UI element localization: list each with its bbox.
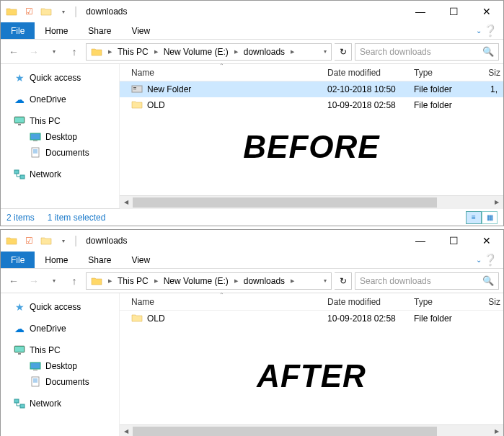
chevron-right-icon[interactable]: ▶ bbox=[105, 49, 115, 55]
chevron-right-icon[interactable]: ▶ bbox=[288, 278, 297, 284]
recent-dropdown[interactable]: ▾ bbox=[45, 272, 63, 290]
qat-properties-icon[interactable]: ☑ bbox=[21, 233, 37, 249]
qat-folder-icon[interactable] bbox=[38, 4, 54, 19]
cloud-icon: ☁ bbox=[14, 323, 25, 334]
breadcrumb-dropdown-icon[interactable]: ▾ bbox=[321, 277, 330, 284]
qat-dropdown-icon[interactable]: ▾ bbox=[56, 233, 71, 249]
sidebar-item-quick-access[interactable]: ★ Quick access bbox=[1, 70, 119, 86]
scroll-left-button[interactable]: ◀ bbox=[120, 425, 133, 437]
refresh-button[interactable]: ↻ bbox=[335, 43, 352, 61]
search-input[interactable]: Search downloads 🔍 bbox=[355, 43, 499, 61]
column-header-date[interactable]: Date modified bbox=[322, 297, 408, 307]
details-view-button[interactable]: ≡ bbox=[466, 211, 482, 224]
folder-icon bbox=[131, 84, 143, 96]
breadcrumb-dropdown-icon[interactable]: ▾ bbox=[321, 48, 330, 55]
folder-icon bbox=[4, 4, 19, 19]
breadcrumb[interactable]: ▶This PC ▶New Volume (E:) ▶downloads ▶▾ bbox=[86, 43, 332, 61]
scroll-thumb[interactable] bbox=[133, 427, 437, 437]
ribbon-tab-view[interactable]: View bbox=[121, 22, 160, 39]
folder-icon bbox=[131, 313, 143, 325]
titlebar: ☑ ▾ | downloads — ☐ ✕ bbox=[1, 1, 503, 22]
file-row[interactable]: New Folder 02-10-2018 10:50 File folder … bbox=[120, 81, 503, 97]
sidebar-item-this-pc[interactable]: This PC bbox=[1, 113, 119, 129]
maximize-button[interactable]: ☐ bbox=[437, 230, 470, 252]
close-button[interactable]: ✕ bbox=[470, 1, 503, 22]
scroll-track[interactable] bbox=[133, 196, 490, 209]
chevron-right-icon[interactable]: ▶ bbox=[151, 49, 161, 55]
column-header-date[interactable]: Date modified bbox=[322, 68, 408, 78]
scroll-right-button[interactable]: ▶ bbox=[490, 196, 503, 209]
network-icon bbox=[14, 169, 25, 180]
breadcrumb-segment[interactable]: New Volume (E:) bbox=[161, 273, 231, 289]
folder-icon bbox=[88, 44, 105, 60]
scroll-track[interactable] bbox=[133, 425, 490, 437]
maximize-button[interactable]: ☐ bbox=[437, 1, 470, 22]
breadcrumb-segment[interactable]: New Volume (E:) bbox=[161, 44, 231, 60]
back-button[interactable]: ← bbox=[5, 272, 22, 290]
breadcrumb-segment[interactable]: downloads bbox=[241, 273, 288, 289]
chevron-right-icon[interactable]: ▶ bbox=[105, 278, 115, 284]
up-button[interactable]: ↑ bbox=[66, 43, 83, 61]
back-button[interactable]: ← bbox=[5, 43, 22, 61]
search-input[interactable]: Search downloads 🔍 bbox=[355, 272, 499, 290]
horizontal-scrollbar[interactable]: ◀ ▶ bbox=[120, 195, 503, 208]
sidebar-item-desktop[interactable]: Desktop bbox=[1, 358, 119, 374]
column-headers: Name Date modified Type Siz bbox=[120, 293, 503, 311]
svg-rect-25 bbox=[14, 399, 19, 403]
overlay-label: AFTER bbox=[257, 358, 366, 394]
sidebar-item-this-pc[interactable]: This PC bbox=[1, 342, 119, 358]
scroll-right-button[interactable]: ▶ bbox=[490, 425, 503, 437]
breadcrumb-segment[interactable]: downloads bbox=[241, 44, 288, 60]
file-row[interactable]: OLD 10-09-2018 02:58 File folder bbox=[120, 311, 503, 326]
column-header-type[interactable]: Type bbox=[408, 297, 473, 307]
ribbon-tab-file[interactable]: File bbox=[1, 22, 35, 39]
recent-dropdown[interactable]: ▾ bbox=[45, 43, 63, 61]
sidebar-item-documents[interactable]: Documents bbox=[1, 145, 119, 161]
ribbon-tab-home[interactable]: Home bbox=[35, 252, 78, 268]
breadcrumb[interactable]: ▶This PC ▶New Volume (E:) ▶downloads ▶▾ bbox=[86, 272, 332, 290]
icons-view-button[interactable]: ▦ bbox=[482, 211, 498, 224]
close-button[interactable]: ✕ bbox=[470, 230, 503, 252]
minimize-button[interactable]: — bbox=[404, 230, 437, 252]
refresh-button[interactable]: ↻ bbox=[335, 272, 352, 290]
qat-properties-icon[interactable]: ☑ bbox=[21, 4, 37, 19]
chevron-right-icon[interactable]: ▶ bbox=[231, 49, 241, 55]
scroll-left-button[interactable]: ◀ bbox=[120, 196, 133, 209]
file-row[interactable]: OLD 10-09-2018 02:58 File folder bbox=[120, 97, 503, 113]
sidebar-item-network[interactable]: Network bbox=[1, 396, 119, 411]
breadcrumb-segment[interactable]: This PC bbox=[115, 44, 151, 60]
help-icon: ❔ bbox=[483, 24, 498, 37]
qat-dropdown-icon[interactable]: ▾ bbox=[56, 4, 71, 19]
sidebar-item-documents[interactable]: Documents bbox=[1, 374, 119, 390]
chevron-right-icon[interactable]: ▶ bbox=[288, 49, 297, 55]
monitor-icon bbox=[14, 344, 25, 356]
qat-folder-icon[interactable] bbox=[38, 233, 54, 249]
breadcrumb-segment[interactable]: This PC bbox=[115, 273, 151, 289]
divider: | bbox=[74, 5, 77, 18]
ribbon-tab-home[interactable]: Home bbox=[35, 22, 78, 39]
scroll-thumb[interactable] bbox=[133, 197, 437, 208]
ribbon-help[interactable]: ⌄ ❔ bbox=[470, 22, 503, 39]
minimize-button[interactable]: — bbox=[404, 1, 437, 22]
sidebar-item-onedrive[interactable]: ☁ OneDrive bbox=[1, 92, 119, 107]
ribbon-tab-share[interactable]: Share bbox=[78, 22, 121, 39]
forward-button[interactable]: → bbox=[25, 272, 43, 290]
sidebar-item-onedrive[interactable]: ☁ OneDrive bbox=[1, 321, 119, 337]
ribbon-tab-file[interactable]: File bbox=[1, 252, 35, 268]
sidebar-item-network[interactable]: Network bbox=[1, 166, 119, 182]
horizontal-scrollbar[interactable]: ◀ ▶ bbox=[120, 424, 503, 436]
column-header-type[interactable]: Type bbox=[408, 68, 473, 78]
sidebar-item-quick-access[interactable]: ★ Quick access bbox=[1, 299, 119, 315]
chevron-right-icon[interactable]: ▶ bbox=[151, 278, 161, 284]
ribbon-help[interactable]: ⌄ ❔ bbox=[470, 252, 503, 268]
forward-button[interactable]: → bbox=[25, 43, 43, 61]
ribbon-tab-view[interactable]: View bbox=[121, 252, 160, 268]
chevron-down-icon: ⌄ bbox=[476, 256, 482, 264]
up-button[interactable]: ↑ bbox=[66, 272, 83, 290]
chevron-right-icon[interactable]: ▶ bbox=[231, 278, 241, 284]
svg-rect-17 bbox=[15, 347, 24, 352]
column-header-size[interactable]: Siz bbox=[473, 297, 503, 307]
column-header-size[interactable]: Siz bbox=[473, 68, 503, 78]
ribbon-tab-share[interactable]: Share bbox=[78, 252, 121, 268]
sidebar-item-desktop[interactable]: Desktop bbox=[1, 129, 119, 145]
